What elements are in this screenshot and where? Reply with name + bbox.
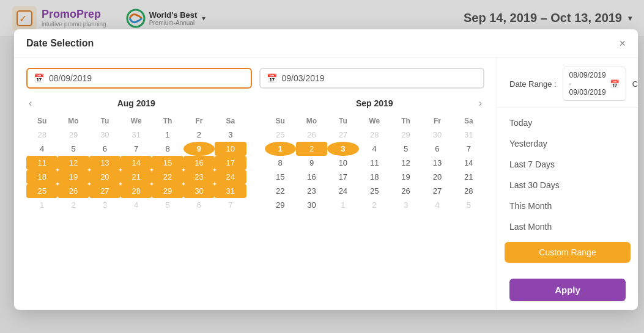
calendar-day[interactable]: 1: [265, 142, 296, 156]
calendar-day[interactable]: 5: [152, 198, 183, 212]
calendar-day[interactable]: 28: [359, 128, 390, 142]
calendar-day[interactable]: 29: [57, 128, 89, 142]
calendar-day[interactable]: 6: [89, 142, 120, 156]
calendar-day[interactable]: 19: [390, 170, 421, 184]
calendar-day[interactable]: 1: [152, 128, 183, 142]
calendar-day[interactable]: 10: [327, 156, 358, 170]
calendar-day[interactable]: 28: [453, 184, 484, 198]
calendar-day[interactable]: 8: [152, 142, 183, 156]
calendar-day[interactable]: 3: [390, 198, 421, 212]
calendar-day[interactable]: 29: [390, 128, 421, 142]
calendar-day[interactable]: 6: [183, 198, 215, 212]
calendar-day[interactable]: 13: [421, 156, 453, 170]
calendar-day[interactable]: 9: [183, 142, 215, 156]
shortcut-custom-range[interactable]: Custom Range: [505, 242, 631, 263]
calendar-day[interactable]: 2: [57, 198, 89, 212]
calendar-day[interactable]: 31: [453, 128, 484, 142]
calendar-day[interactable]: 1: [26, 198, 57, 212]
calendar-day[interactable]: 22: [152, 170, 183, 184]
prev-month-button[interactable]: ‹: [26, 98, 34, 109]
calendar-day[interactable]: 21: [453, 170, 484, 184]
calendar-day[interactable]: 23: [296, 184, 327, 198]
calendar-day[interactable]: 25: [359, 184, 390, 198]
calendar-day[interactable]: 7: [215, 198, 246, 212]
calendar-day[interactable]: 26: [57, 184, 89, 198]
apply-button[interactable]: Apply: [509, 279, 626, 301]
calendar-day[interactable]: 22: [265, 184, 296, 198]
calendar-day[interactable]: 15: [152, 156, 183, 170]
calendar-day[interactable]: 30: [421, 128, 453, 142]
calendar-day[interactable]: 5: [390, 142, 421, 156]
calendar-day[interactable]: 12: [390, 156, 421, 170]
calendar-day[interactable]: 14: [453, 156, 484, 170]
calendar-day[interactable]: 11: [359, 156, 390, 170]
calendar-day[interactable]: 31: [215, 184, 246, 198]
calendar-day[interactable]: 23: [183, 170, 215, 184]
next-month-button[interactable]: ›: [476, 98, 484, 109]
calendar-day[interactable]: 2: [296, 142, 327, 156]
calendar-day[interactable]: 2: [183, 128, 215, 142]
calendar-day[interactable]: 27: [327, 128, 358, 142]
calendar-day[interactable]: 19: [57, 170, 89, 184]
calendar-day[interactable]: 27: [421, 184, 453, 198]
calendar-day[interactable]: 5: [453, 198, 484, 212]
calendar-day[interactable]: 29: [265, 198, 296, 212]
calendar-day[interactable]: 2: [359, 198, 390, 212]
calendar-day[interactable]: 3: [327, 142, 358, 156]
calendar-day[interactable]: 20: [421, 170, 453, 184]
calendar-day[interactable]: 30: [89, 128, 120, 142]
calendar-day[interactable]: 10: [215, 142, 246, 156]
calendar-day[interactable]: 7: [120, 142, 152, 156]
calendar-day[interactable]: 26: [296, 128, 327, 142]
calendar-day[interactable]: 15: [265, 170, 296, 184]
calendar-day[interactable]: 20: [89, 170, 120, 184]
calendar-day[interactable]: 5: [57, 142, 89, 156]
calendar-day[interactable]: 21: [120, 170, 152, 184]
calendar-day[interactable]: 13: [89, 156, 120, 170]
calendar-day[interactable]: 8: [265, 156, 296, 170]
date-range-input-display[interactable]: 08/09/2019 - 09/03/2019 📅: [563, 67, 626, 101]
calendar-day[interactable]: 9: [296, 156, 327, 170]
table-row: 25262728293031: [26, 184, 246, 198]
calendar-day[interactable]: 3: [215, 128, 246, 142]
calendar-day[interactable]: 6: [421, 142, 453, 156]
calendar-day[interactable]: 16: [183, 156, 215, 170]
calendar-day[interactable]: 24: [215, 170, 246, 184]
calendar-day[interactable]: 3: [89, 198, 120, 212]
calendar-day[interactable]: 30: [183, 184, 215, 198]
calendar-day[interactable]: 4: [359, 142, 390, 156]
end-date-input[interactable]: 📅 09/03/2019: [259, 68, 485, 89]
calendar-day[interactable]: 27: [89, 184, 120, 198]
calendar-day[interactable]: 18: [26, 170, 57, 184]
calendar-day[interactable]: 14: [120, 156, 152, 170]
calendar-day[interactable]: 25: [265, 128, 296, 142]
calendar-day[interactable]: 17: [327, 170, 358, 184]
calendar-day[interactable]: 12: [57, 156, 89, 170]
shortcut-yesterday[interactable]: Yesterday: [497, 133, 638, 154]
calendar-day[interactable]: 28: [26, 128, 57, 142]
calendar-day[interactable]: 11: [26, 156, 57, 170]
shortcut-last7[interactable]: Last 7 Days: [497, 154, 638, 175]
calendar-day[interactable]: 1: [327, 198, 358, 212]
calendar-day[interactable]: 28: [120, 184, 152, 198]
calendar-day[interactable]: 24: [327, 184, 358, 198]
calendar-day[interactable]: 31: [120, 128, 152, 142]
start-date-input[interactable]: 📅 08/09/2019: [26, 68, 252, 89]
close-button[interactable]: ×: [619, 38, 626, 49]
calendar-day[interactable]: 26: [390, 184, 421, 198]
calendar-day[interactable]: 17: [215, 156, 246, 170]
calendar-day[interactable]: 29: [152, 184, 183, 198]
shortcut-today[interactable]: Today: [497, 112, 638, 133]
calendar-day[interactable]: 4: [120, 198, 152, 212]
calendar-day[interactable]: 7: [453, 142, 484, 156]
calendar-day[interactable]: 30: [296, 198, 327, 212]
shortcut-lastmonth[interactable]: Last Month: [497, 216, 638, 237]
calendar-day[interactable]: 16: [296, 170, 327, 184]
calendar-day[interactable]: 25: [26, 184, 57, 198]
shortcut-last30[interactable]: Last 30 Days: [497, 175, 638, 196]
calendar-day[interactable]: 18: [359, 170, 390, 184]
calendar-day[interactable]: 4: [421, 198, 453, 212]
sep-header-row: SuMoTuWeThFrSa: [265, 114, 485, 128]
shortcut-thismonth[interactable]: This Month: [497, 196, 638, 216]
calendar-day[interactable]: 4: [26, 142, 57, 156]
